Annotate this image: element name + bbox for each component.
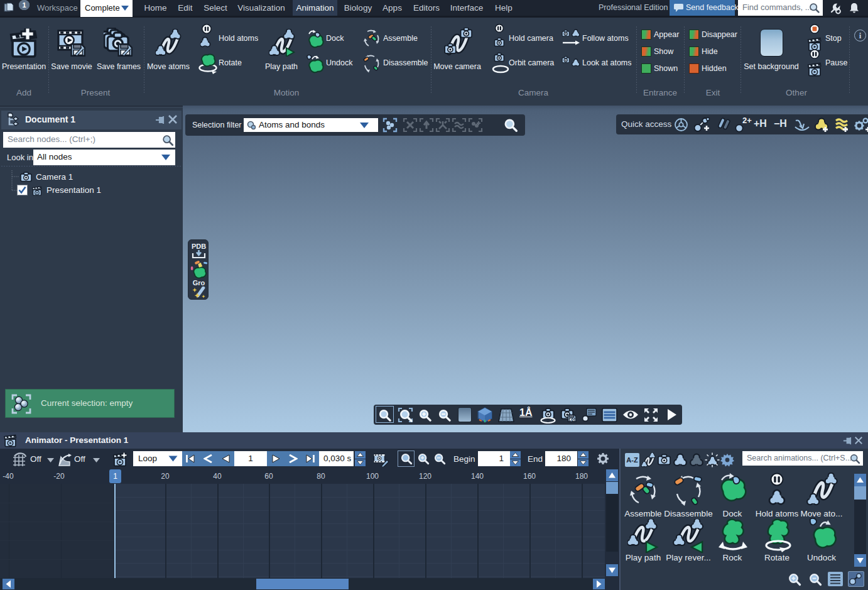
svg-text:2+: 2+: [742, 116, 752, 125]
